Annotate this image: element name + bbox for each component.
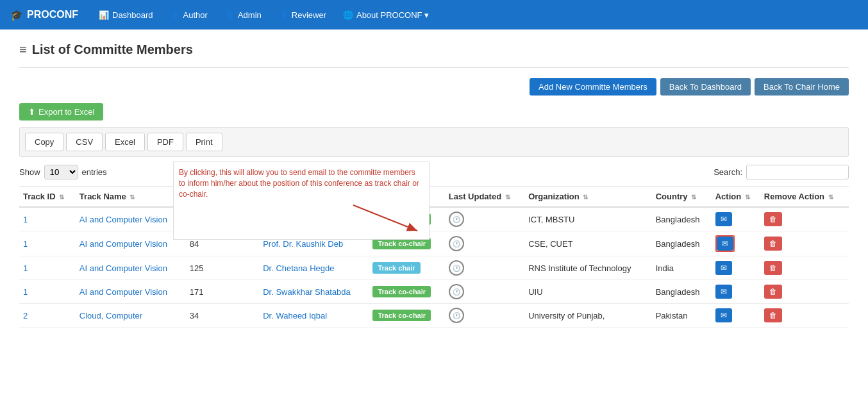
table-row: 1 AI and Computer Vision 13 Dr. Sajjad W… bbox=[19, 207, 849, 231]
svg-line-1 bbox=[353, 205, 417, 231]
back-dashboard-button[interactable]: Back To Dashboard bbox=[660, 78, 751, 96]
main-content: ≡ List of Committe Members Add New Commi… bbox=[0, 29, 868, 340]
col-country[interactable]: Country ⇅ bbox=[652, 187, 712, 208]
cell-action: ✉ bbox=[712, 256, 760, 280]
col-action[interactable]: Action ⇅ bbox=[712, 187, 760, 208]
entries-select[interactable]: 10 25 50 100 bbox=[44, 165, 78, 179]
reviewer-name-link[interactable]: Dr. Waheed Iqbal bbox=[263, 311, 327, 320]
table-controls: Show 10 25 50 100 entries By clicking, t… bbox=[19, 165, 849, 179]
track-id-link[interactable]: 1 bbox=[23, 287, 28, 297]
red-arrow-svg bbox=[347, 202, 424, 234]
track-id-link[interactable]: 1 bbox=[23, 215, 28, 224]
col-organization[interactable]: Organization ⇅ bbox=[524, 187, 652, 208]
cell-reviewer-name: Dr. Chetana Hegde bbox=[259, 256, 369, 280]
brand-name: PROCONF bbox=[27, 9, 78, 21]
cell-reviewer-name: Dr. Waheed Iqbal bbox=[259, 304, 369, 328]
cell-reviewer-name: Dr. Swakkhar Shatabda bbox=[259, 280, 369, 304]
remove-button[interactable]: 🗑 bbox=[764, 308, 782, 322]
admin-icon: 👤 bbox=[224, 10, 235, 20]
cell-last-updated: 🕐 bbox=[445, 207, 524, 231]
page-title: List of Committe Members bbox=[32, 42, 193, 57]
col-last-updated[interactable]: Last Updated ⇅ bbox=[445, 187, 524, 208]
track-id-link[interactable]: 2 bbox=[23, 311, 28, 320]
remove-button[interactable]: 🗑 bbox=[764, 237, 782, 251]
nav-reviewer[interactable]: 👤 Reviewer bbox=[271, 6, 334, 24]
remove-button[interactable]: 🗑 bbox=[764, 212, 782, 226]
email-action-button[interactable]: ✉ bbox=[715, 308, 732, 322]
col-remove-action[interactable]: Remove Action ⇅ bbox=[760, 187, 849, 208]
search-input[interactable] bbox=[746, 165, 849, 179]
show-label: Show bbox=[19, 167, 40, 177]
cell-track-id: 1 bbox=[19, 280, 76, 304]
reviewer-name-link[interactable]: Prof. Dr. Kaushik Deb bbox=[263, 239, 343, 249]
position-badge: Track co-chair bbox=[372, 310, 431, 321]
col-track-id[interactable]: Track ID ⇅ bbox=[19, 187, 76, 208]
highlighted-email-wrapper: ✉ bbox=[715, 235, 735, 252]
cell-organization: University of Punjab, bbox=[524, 304, 652, 328]
cell-country: Pakistan bbox=[652, 304, 712, 328]
cell-track-name: Cloud, Computer bbox=[76, 304, 186, 328]
email-action-button[interactable]: ✉ bbox=[715, 261, 732, 275]
nav-about[interactable]: 🌐 About PROCONF ▾ bbox=[335, 6, 437, 24]
reviewer-name-link[interactable]: Dr. Chetana Hegde bbox=[263, 263, 334, 273]
cell-track-id: 1 bbox=[19, 231, 76, 256]
track-name-link[interactable]: AI and Computer Vision bbox=[79, 287, 167, 297]
excel-button[interactable]: Excel bbox=[105, 133, 145, 151]
col-track-name[interactable]: Track Name ⇅ bbox=[76, 187, 186, 208]
page-title-section: ≡ List of Committe Members bbox=[19, 42, 849, 57]
cell-action: ✉ bbox=[712, 304, 760, 328]
email-action-button[interactable]: ✉ bbox=[715, 212, 732, 226]
cell-position: Track co-chair bbox=[369, 280, 444, 304]
cell-action: ✉ bbox=[712, 231, 760, 256]
cell-track-name: AI and Computer Vision bbox=[76, 207, 186, 231]
export-icon: ⬆ bbox=[28, 107, 35, 117]
export-excel-button[interactable]: ⬆ Export to Excel bbox=[19, 103, 103, 121]
export-section: ⬆ Export to Excel bbox=[19, 103, 849, 121]
pdf-button[interactable]: PDF bbox=[147, 133, 183, 151]
position-badge: Track chair bbox=[372, 262, 420, 274]
navbar: 🎓 PROCONF 📊 Dashboard 👤 Author 👤 Admin 👤… bbox=[0, 0, 868, 29]
cell-track-name: AI and Computer Vision bbox=[76, 280, 186, 304]
clock-icon: 🕐 bbox=[449, 212, 464, 227]
cell-organization: RNS Institute of Technology bbox=[524, 256, 652, 280]
data-table: Track ID ⇅ Track Name ⇅ Reviewer ID ⇅ Re… bbox=[19, 186, 849, 328]
table-body: 1 AI and Computer Vision 13 Dr. Sajjad W… bbox=[19, 207, 849, 328]
cell-reviewer-id: 34 bbox=[186, 304, 260, 328]
cell-track-id: 1 bbox=[19, 207, 76, 231]
reviewer-name-link[interactable]: Dr. Swakkhar Shatabda bbox=[263, 287, 351, 297]
cell-organization: ICT, MBSTU bbox=[524, 207, 652, 231]
cell-position: Track chair bbox=[369, 256, 444, 280]
cell-track-name: AI and Computer Vision bbox=[76, 256, 186, 280]
email-action-button[interactable]: ✉ bbox=[717, 237, 733, 251]
nav-author[interactable]: 👤 Author bbox=[162, 6, 215, 24]
cell-remove: 🗑 bbox=[760, 231, 849, 256]
cell-organization: UIU bbox=[524, 280, 652, 304]
track-id-link[interactable]: 1 bbox=[23, 239, 28, 249]
track-name-link[interactable]: AI and Computer Vision bbox=[79, 263, 167, 273]
email-action-button[interactable]: ✉ bbox=[715, 285, 732, 299]
remove-button[interactable]: 🗑 bbox=[764, 285, 782, 299]
nav-dashboard[interactable]: 📊 Dashboard bbox=[91, 6, 161, 24]
clock-icon: 🕐 bbox=[449, 260, 464, 276]
cell-remove: 🗑 bbox=[760, 304, 849, 328]
csv-button[interactable]: CSV bbox=[66, 133, 103, 151]
track-name-link[interactable]: Cloud, Computer bbox=[79, 311, 142, 320]
back-chair-home-button[interactable]: Back To Chair Home bbox=[755, 78, 849, 96]
nav-admin[interactable]: 👤 Admin bbox=[217, 6, 269, 24]
track-name-link[interactable]: AI and Computer Vision bbox=[79, 215, 167, 224]
nav-links: 📊 Dashboard 👤 Author 👤 Admin 👤 Reviewer … bbox=[91, 6, 437, 24]
copy-button[interactable]: Copy bbox=[25, 133, 63, 151]
remove-button[interactable]: 🗑 bbox=[764, 261, 782, 275]
table-header-row: Track ID ⇅ Track Name ⇅ Reviewer ID ⇅ Re… bbox=[19, 187, 849, 208]
cell-reviewer-id: 125 bbox=[186, 256, 260, 280]
dashboard-icon: 📊 bbox=[99, 10, 109, 20]
table-row: 1 AI and Computer Vision 171 Dr. Swakkha… bbox=[19, 280, 849, 304]
copy-buttons-section: Copy CSV Excel PDF Print bbox=[19, 127, 849, 157]
track-name-link[interactable]: AI and Computer Vision bbox=[79, 239, 167, 249]
brand-logo[interactable]: 🎓 PROCONF bbox=[10, 9, 78, 21]
table-row: 2 Cloud, Computer 34 Dr. Waheed Iqbal Tr… bbox=[19, 304, 849, 328]
add-members-button[interactable]: Add New Committe Members bbox=[530, 78, 656, 96]
cell-position: Track co-chair bbox=[369, 304, 444, 328]
track-id-link[interactable]: 1 bbox=[23, 263, 28, 273]
print-button[interactable]: Print bbox=[186, 133, 222, 151]
